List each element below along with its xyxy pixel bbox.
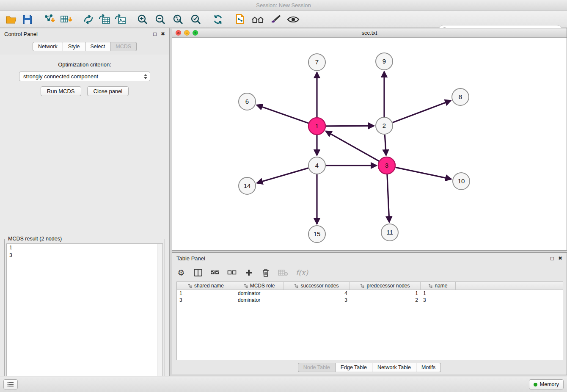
tab-select[interactable]: Select	[85, 42, 111, 51]
column-header-successor-nodes[interactable]: successor nodes	[284, 282, 350, 290]
zoom-out-icon[interactable]	[154, 13, 167, 26]
network-canvas[interactable]: 7968124314101511	[172, 38, 567, 250]
table-cell[interactable]: 4	[284, 290, 350, 297]
graph-node-15[interactable]: 15	[308, 226, 325, 243]
close-panel-icon[interactable]: ✖	[161, 31, 165, 36]
delete-row-icon[interactable]	[261, 268, 270, 278]
import-table-icon[interactable]	[60, 13, 73, 26]
close-window-icon[interactable]: ✕	[176, 30, 181, 36]
table-row[interactable]: 1dominator411	[177, 290, 563, 297]
mcds-result-title: MCDS result (2 nodes)	[6, 236, 63, 242]
table-row[interactable]: 3dominator323	[177, 297, 563, 304]
tab-network-table[interactable]: Network Table	[372, 363, 416, 372]
optimization-criterion-label: Optimization criterion:	[0, 61, 169, 68]
table-cell[interactable]: 1	[350, 290, 421, 297]
table-cell[interactable]: dominator	[235, 290, 284, 297]
graph-node-14[interactable]: 14	[239, 177, 256, 194]
table-panel: Table Panel ◻ ✖ ⚙ f(x) shared nameMCDS r…	[172, 252, 567, 375]
graph-node-10[interactable]: 10	[453, 173, 470, 190]
memory-status-dot	[534, 383, 537, 386]
run-mcds-button[interactable]: Run MCDS	[41, 86, 81, 96]
control-panel-tabs: NetworkStyleSelectMCDS	[0, 42, 169, 51]
minimize-window-icon[interactable]: −	[184, 30, 190, 36]
export-table-icon[interactable]	[98, 13, 111, 26]
graph-edge-2-8[interactable]	[393, 100, 451, 122]
sort-icon	[294, 284, 299, 288]
table-settings-gear-icon[interactable]: ⚙	[176, 268, 186, 278]
table-cell[interactable]: dominator	[235, 297, 284, 304]
deselect-all-icon[interactable]	[227, 268, 237, 278]
graph-edge-1-2[interactable]	[326, 126, 374, 126]
graph-node-6[interactable]: 6	[239, 93, 256, 110]
export-image-icon[interactable]	[114, 13, 127, 26]
graph-node-2[interactable]: 2	[376, 117, 393, 134]
close-panel-button[interactable]: Close panel	[87, 86, 129, 96]
tab-motifs[interactable]: Motifs	[416, 363, 441, 372]
mcds-result-list[interactable]: 13	[6, 243, 163, 392]
graph-edge-2-3[interactable]	[385, 135, 386, 155]
tab-style[interactable]: Style	[63, 42, 85, 51]
svg-text:11: 11	[386, 229, 393, 236]
graph-edge-1-6[interactable]	[257, 105, 309, 123]
tab-edge-table[interactable]: Edge Table	[336, 363, 372, 372]
tab-mcds[interactable]: MCDS	[110, 42, 137, 51]
graph-node-4[interactable]: 4	[308, 157, 325, 174]
svg-text:14: 14	[244, 182, 251, 189]
graph-node-1[interactable]: 1	[308, 118, 325, 135]
table-cell[interactable]: 2	[350, 297, 421, 304]
zoom-in-icon[interactable]	[136, 13, 149, 26]
network-window-title: scc.txt	[362, 30, 377, 36]
eye-icon[interactable]	[287, 13, 300, 26]
column-header-shared-name[interactable]: shared name	[177, 282, 235, 290]
show-panels-button[interactable]	[3, 379, 18, 389]
status-bar: Memory	[0, 376, 567, 392]
optimization-criterion-select[interactable]: strongly connected component	[19, 72, 150, 81]
float-table-panel-icon[interactable]: ◻	[550, 255, 554, 261]
sort-icon	[428, 284, 433, 288]
home-icon[interactable]	[251, 13, 264, 26]
memory-button[interactable]: Memory	[529, 379, 564, 389]
paint-style-icon[interactable]	[269, 13, 282, 26]
table-cell[interactable]: 1	[177, 290, 235, 297]
result-scrollbar[interactable]	[157, 244, 162, 392]
copy-document-icon[interactable]	[234, 13, 246, 26]
graph-node-3[interactable]: 3	[378, 157, 395, 174]
close-table-panel-icon[interactable]: ✖	[558, 255, 562, 261]
refresh-layout-icon[interactable]	[212, 13, 224, 26]
graph-node-11[interactable]: 11	[381, 224, 398, 241]
column-header-predecessor-nodes[interactable]: predecessor nodes	[350, 282, 421, 290]
maximize-window-icon[interactable]: +	[193, 30, 198, 36]
column-visibility-icon[interactable]	[193, 268, 203, 278]
save-session-icon[interactable]	[21, 13, 34, 26]
table-cell[interactable]: 3	[284, 297, 350, 304]
add-row-icon[interactable]	[244, 268, 253, 278]
result-item[interactable]: 3	[7, 251, 162, 259]
svg-text:8: 8	[459, 93, 462, 100]
graph-node-9[interactable]: 9	[376, 53, 393, 70]
tab-node-table[interactable]: Node Table	[298, 363, 336, 372]
open-file-icon[interactable]	[5, 13, 18, 26]
table-cell[interactable]: 1	[421, 290, 456, 297]
sort-icon	[360, 284, 365, 288]
tab-network[interactable]: Network	[33, 42, 63, 51]
graph-edge-3-11[interactable]	[387, 174, 389, 222]
select-all-icon[interactable]	[210, 268, 220, 278]
table-cell[interactable]: 3	[421, 297, 456, 304]
graph-edge-3-10[interactable]	[396, 167, 451, 179]
column-header-MCDS-role[interactable]: MCDS role	[235, 282, 284, 290]
sort-icon	[244, 284, 248, 288]
zoom-fit-icon[interactable]	[172, 13, 184, 26]
graph-node-8[interactable]: 8	[452, 88, 469, 105]
import-network-icon[interactable]	[43, 13, 56, 26]
share-network-icon[interactable]	[82, 13, 95, 26]
column-header-name[interactable]: name	[421, 282, 456, 290]
result-item[interactable]: 1	[7, 244, 162, 251]
mcds-result-fieldset: MCDS result (2 nodes) 13	[4, 236, 165, 392]
float-panel-icon[interactable]: ◻	[153, 31, 157, 36]
graph-node-7[interactable]: 7	[308, 54, 325, 71]
node-table[interactable]: shared nameMCDS rolesuccessor nodesprede…	[176, 282, 563, 360]
graph-edge-4-14[interactable]	[257, 168, 308, 183]
graph-edge-3-1[interactable]	[326, 131, 379, 161]
table-cell[interactable]: 3	[177, 297, 235, 304]
zoom-selected-icon[interactable]	[190, 13, 202, 26]
